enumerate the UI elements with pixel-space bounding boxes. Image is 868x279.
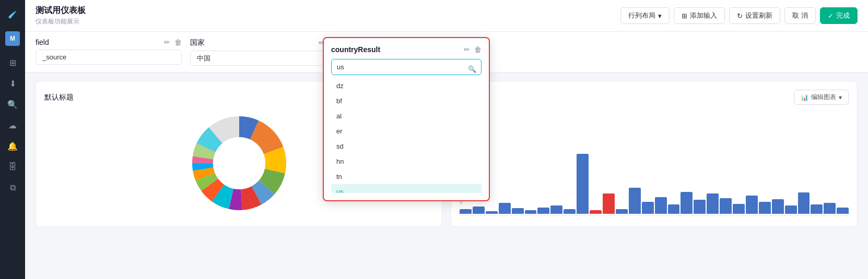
bar-15 xyxy=(642,202,654,214)
sidebar: M ⊞ ⬇ 🔍 ☁ 🔔 🗄 ⧉ xyxy=(0,0,25,279)
add-input-icon: ⊞ xyxy=(682,12,687,20)
field-filter: field ✏ 🗑 xyxy=(36,38,182,65)
country-filter: 国家 ✏ 🗑 中国 ▾ xyxy=(190,38,336,66)
dropdown-item-us[interactable]: us xyxy=(331,184,482,193)
user-avatar[interactable]: M xyxy=(5,31,20,46)
dropdown-list: dz bf al er sd hn tn us xyxy=(331,78,482,193)
bell-icon[interactable]: 🔔 xyxy=(4,138,21,154)
dropdown-item-er[interactable]: er xyxy=(331,124,482,139)
country-result-edit-button[interactable]: ✏ xyxy=(464,45,470,54)
country-select[interactable]: 中国 xyxy=(190,51,336,66)
dropdown-search-wrap: 🔍 xyxy=(331,59,482,78)
bar-chart-icon: 📊 xyxy=(801,94,808,101)
bar-16 xyxy=(655,197,667,214)
dropdown-search-input[interactable] xyxy=(331,59,482,75)
field-edit-button[interactable]: ✏ xyxy=(164,38,170,46)
bar-chart-card: 布 📊 编辑图表 ▾ 50 xyxy=(451,81,858,227)
bar-chart-container: 50 xyxy=(460,111,849,215)
bar-2 xyxy=(473,207,485,214)
download-icon[interactable]: ⬇ xyxy=(4,75,21,92)
bar-22 xyxy=(733,204,745,214)
bar-edit-chevron: ▾ xyxy=(839,94,842,101)
bar-6 xyxy=(525,210,537,214)
bar-17 xyxy=(668,204,680,214)
page-header: 测试用仪表板 仪表板功能展示 行列布局 ▾ ⊞ 添加输入 ↻ 设置刷新 取 消 … xyxy=(25,0,868,32)
set-refresh-button[interactable]: ↻ 设置刷新 xyxy=(729,7,780,24)
bar-29 xyxy=(824,203,836,214)
bar-23 xyxy=(746,196,758,214)
cancel-button[interactable]: 取 消 xyxy=(784,7,816,24)
refresh-icon: ↻ xyxy=(737,12,743,20)
bar-14 xyxy=(629,188,641,214)
cancel-label: 取 消 xyxy=(792,11,808,20)
dropdown-item-bf[interactable]: bf xyxy=(331,93,482,108)
bar-13 xyxy=(616,209,628,214)
field-filter-title: field xyxy=(36,38,49,46)
bar-9 xyxy=(564,209,576,214)
filter-bar: field ✏ 🗑 国家 ✏ 🗑 中国 xyxy=(25,32,868,72)
bar-edit-button[interactable]: 📊 编辑图表 ▾ xyxy=(794,90,849,105)
svg-point-16 xyxy=(213,137,265,189)
chevron-down-icon: ▾ xyxy=(658,12,662,20)
bar-24 xyxy=(759,202,771,214)
add-input-button[interactable]: ⊞ 添加输入 xyxy=(674,7,725,24)
bar-3 xyxy=(486,211,498,214)
layers-icon[interactable]: ⧉ xyxy=(4,179,21,196)
check-icon: ✓ xyxy=(828,12,834,20)
bar-11 xyxy=(590,210,602,214)
bar-5 xyxy=(512,208,524,214)
app-logo[interactable] xyxy=(4,6,21,23)
database-icon[interactable]: 🗄 xyxy=(4,159,21,175)
set-refresh-label: 设置刷新 xyxy=(745,11,772,20)
bar-18 xyxy=(681,192,693,214)
field-delete-button[interactable]: 🗑 xyxy=(174,38,182,46)
bar-chart-header: 布 📊 编辑图表 ▾ xyxy=(460,90,849,105)
cloud-icon[interactable]: ☁ xyxy=(4,117,21,134)
header-title-area: 测试用仪表板 仪表板功能展示 xyxy=(36,5,86,26)
country-result-delete-button[interactable]: 🗑 xyxy=(474,45,482,54)
bar-4 xyxy=(499,203,511,214)
bar-20 xyxy=(707,193,719,214)
dropdown-header-actions: ✏ 🗑 xyxy=(464,45,482,54)
monitor-icon[interactable]: ⊞ xyxy=(4,54,21,71)
dropdown-header: countryResult ✏ 🗑 xyxy=(331,45,482,54)
done-label: 完成 xyxy=(836,11,850,20)
dropdown-item-dz[interactable]: dz xyxy=(331,78,482,93)
country-select-wrap: 中国 ▾ xyxy=(190,51,336,66)
page-title: 测试用仪表板 xyxy=(36,5,86,16)
dropdown-item-tn[interactable]: tn xyxy=(331,169,482,184)
layout-button[interactable]: 行列布局 ▾ xyxy=(620,7,670,24)
dropdown-title: countryResult xyxy=(331,45,380,54)
field-filter-header: field ✏ 🗑 xyxy=(36,38,182,46)
bar-28 xyxy=(811,204,823,214)
main-content: 测试用仪表板 仪表板功能展示 行列布局 ▾ ⊞ 添加输入 ↻ 设置刷新 取 消 … xyxy=(25,0,868,279)
country-filter-title: 国家 xyxy=(190,38,205,47)
bar-26 xyxy=(785,205,797,214)
dropdown-item-hn[interactable]: hn xyxy=(331,154,482,169)
donut-chart-svg xyxy=(187,111,291,215)
bar-25 xyxy=(772,199,784,214)
field-input-wrap xyxy=(36,50,182,65)
country-result-dropdown: countryResult ✏ 🗑 🔍 dz bf al er sd hn tn… xyxy=(323,37,490,201)
country-filter-header: 国家 ✏ 🗑 xyxy=(190,38,336,47)
bar-21 xyxy=(720,198,732,214)
field-filter-actions: ✏ 🗑 xyxy=(164,38,182,46)
bar-edit-label: 编辑图表 xyxy=(811,93,836,102)
bar-10 xyxy=(577,154,589,214)
bar-19 xyxy=(694,200,706,214)
dropdown-item-al[interactable]: al xyxy=(331,108,482,124)
dropdown-item-sd[interactable]: sd xyxy=(331,139,482,154)
bar-1 xyxy=(460,209,472,214)
done-button[interactable]: ✓ 完成 xyxy=(820,7,858,24)
bar-7 xyxy=(537,208,549,214)
layout-label: 行列布局 xyxy=(628,11,655,20)
page-subtitle: 仪表板功能展示 xyxy=(36,17,86,26)
bar-8 xyxy=(550,205,562,214)
bar-27 xyxy=(798,192,810,214)
bar-30 xyxy=(837,208,849,214)
field-input[interactable] xyxy=(36,50,182,65)
add-input-label: 添加输入 xyxy=(690,11,717,20)
header-actions: 行列布局 ▾ ⊞ 添加输入 ↻ 设置刷新 取 消 ✓ 完成 xyxy=(620,7,858,24)
bar-12 xyxy=(603,193,615,214)
search-icon[interactable]: 🔍 xyxy=(4,96,21,113)
